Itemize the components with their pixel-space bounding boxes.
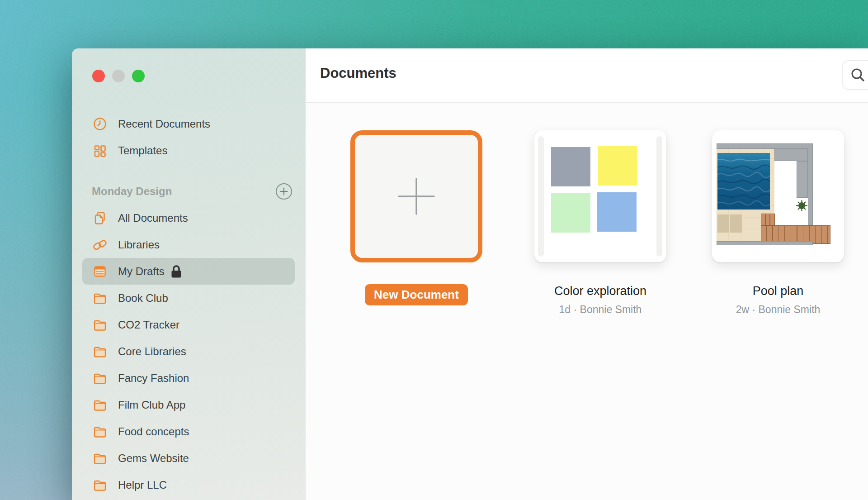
workspace-section-header: Monday Design xyxy=(82,178,295,205)
sidebar-item-label: Core Libraries xyxy=(118,345,186,358)
new-document-thumbnail[interactable] xyxy=(350,130,482,262)
traffic-lights xyxy=(92,70,145,82)
clock-icon xyxy=(92,116,108,132)
search-icon xyxy=(850,67,866,83)
sidebar-item-recent-documents[interactable]: Recent Documents xyxy=(82,110,295,137)
sidebar-item-food-concepts[interactable]: Food concepts xyxy=(82,418,295,445)
document-title: Pool plan xyxy=(712,284,844,298)
folder-icon xyxy=(92,397,108,413)
document-meta: 1d · Bonnie Smith xyxy=(534,304,666,316)
swatch-yellow xyxy=(598,146,637,186)
sidebar-item-libraries[interactable]: Libraries xyxy=(82,231,295,258)
document-thumbnail[interactable] xyxy=(712,130,844,262)
floorplan-mat xyxy=(730,214,742,233)
folder-icon xyxy=(92,450,108,467)
page-title: Documents xyxy=(320,65,396,81)
sidebar-item-gems-website[interactable]: Gems Website xyxy=(82,445,295,471)
documents-icon xyxy=(92,210,108,226)
document-card-pool-plan[interactable]: Pool plan 2w · Bonnie Smith xyxy=(712,130,844,316)
new-document-tile[interactable]: New Document xyxy=(350,130,482,305)
plus-icon xyxy=(396,176,436,216)
sidebar-item-label: Film Club App xyxy=(118,399,185,411)
floorplan-wall xyxy=(774,149,808,161)
sidebar-item-label: Libraries xyxy=(118,238,160,251)
zoom-window-button[interactable] xyxy=(132,70,145,82)
new-document-label[interactable]: New Document xyxy=(365,284,468,305)
sidebar-item-my-drafts[interactable]: My Drafts xyxy=(82,258,295,285)
floorplan-wall xyxy=(797,161,808,198)
sidebar-item-label: All Documents xyxy=(118,212,188,224)
folder-icon xyxy=(92,477,108,493)
sidebar-item-book-club[interactable]: Book Club xyxy=(82,285,295,311)
sidebar-item-label: Fancy Fashion xyxy=(118,372,189,385)
document-title: Color exploration xyxy=(534,284,666,298)
floorplan-wall xyxy=(717,241,813,245)
sidebar-item-label: Book Club xyxy=(118,292,168,305)
folder-icon xyxy=(92,424,108,440)
sidebar-item-label: Helpr LLC xyxy=(118,479,167,491)
documents-grid: New Document Color exploration 1d · Bonn… xyxy=(306,103,868,500)
folder-icon xyxy=(92,343,108,360)
page-stack-edge xyxy=(656,136,662,257)
sidebar-item-all-documents[interactable]: All Documents xyxy=(82,205,295,231)
lock-icon xyxy=(171,265,182,278)
folder-icon xyxy=(92,290,108,306)
sidebar-item-label: Templates xyxy=(118,144,167,157)
document-thumbnail[interactable] xyxy=(534,130,666,262)
main-header: Documents xyxy=(306,48,868,103)
sidebar-item-label: My Drafts xyxy=(118,265,165,278)
sidebar-item-core-libraries[interactable]: Core Libraries xyxy=(82,338,295,365)
folder-icon xyxy=(92,317,108,333)
page-stack-edge xyxy=(538,136,544,257)
add-project-button[interactable] xyxy=(275,183,292,200)
sidebar-item-label: CO2 Tracker xyxy=(118,319,179,331)
floorplan-wall xyxy=(717,143,813,149)
app-window: Recent Documents Templates Monday xyxy=(72,48,868,500)
main-panel: Documents New Document xyxy=(306,48,868,500)
sidebar-item-co2-tracker[interactable]: CO2 Tracker xyxy=(82,311,295,338)
floorplan-pool-water xyxy=(717,153,770,210)
libraries-icon xyxy=(92,237,108,253)
sidebar-item-label: Recent Documents xyxy=(118,118,210,130)
templates-icon xyxy=(92,143,108,159)
minimize-window-button[interactable] xyxy=(112,70,125,82)
sidebar-item-label: Gems Website xyxy=(118,452,189,465)
sidebar-item-label: Food concepts xyxy=(118,425,189,438)
desktop: Recent Documents Templates Monday xyxy=(0,0,868,500)
swatch-blue xyxy=(597,192,637,232)
floorplan-plant xyxy=(796,200,808,212)
sidebar-nav: Recent Documents Templates Monday xyxy=(82,110,295,498)
floorplan-mat xyxy=(717,214,729,233)
sidebar-item-helpr-llc[interactable]: Helpr LLC xyxy=(82,471,295,498)
sidebar: Recent Documents Templates Monday xyxy=(72,48,306,500)
swatch-green xyxy=(551,193,590,233)
floorplan-steps xyxy=(761,214,775,226)
document-card-color-exploration[interactable]: Color exploration 1d · Bonnie Smith xyxy=(534,130,666,316)
close-window-button[interactable] xyxy=(92,70,105,82)
search-button[interactable] xyxy=(842,60,868,90)
document-meta: 2w · Bonnie Smith xyxy=(712,304,844,316)
sidebar-item-fancy-fashion[interactable]: Fancy Fashion xyxy=(82,365,295,391)
folder-icon xyxy=(92,370,108,386)
swatch-gray xyxy=(551,147,590,186)
sidebar-item-templates[interactable]: Templates xyxy=(82,137,295,164)
workspace-name: Monday Design xyxy=(92,185,172,198)
sidebar-item-film-club-app[interactable]: Film Club App xyxy=(82,391,295,418)
drafts-icon xyxy=(92,263,108,280)
